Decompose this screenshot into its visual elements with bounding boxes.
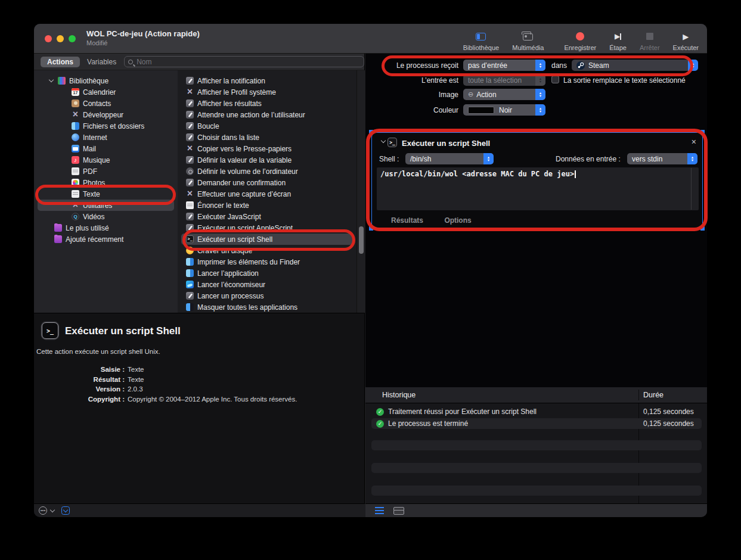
sidebar-item-label: Calendrier bbox=[83, 88, 116, 97]
video-icon bbox=[72, 213, 79, 220]
stop-button[interactable]: Arrêter bbox=[640, 27, 660, 51]
terminal-icon bbox=[186, 235, 194, 243]
sidebar-item-internet[interactable]: Internet bbox=[38, 132, 174, 143]
action-item-d-finir-le-volume-de-l-ordinateur[interactable]: Définir le volume de l’ordinateur bbox=[181, 166, 353, 177]
search-icon bbox=[128, 60, 133, 64]
terminal-icon: >_ bbox=[387, 138, 397, 147]
action-item-d-finir-la-valeur-de-la-variable[interactable]: Définir la valeur de la variable bbox=[181, 154, 353, 166]
sidebar-item-d-veloppeur[interactable]: Développeur bbox=[38, 109, 174, 120]
window-modified-status: Modifié bbox=[86, 39, 107, 46]
chevron-down-icon[interactable] bbox=[50, 507, 55, 512]
action-item-choisir-dans-la-liste[interactable]: Choisir dans la liste bbox=[181, 132, 353, 143]
record-button[interactable]: Enregistrer bbox=[564, 27, 596, 51]
shell-script-action-block: >_ Exécuter un script Shell × Shell : /b… bbox=[371, 132, 703, 229]
tab-actions[interactable]: Actions bbox=[41, 57, 80, 67]
action-item-label: Exécuter un script AppleScript bbox=[197, 224, 293, 232]
action-item-attendre-une-action-de-l-utilisateur[interactable]: Attendre une action de l’utilisateur bbox=[181, 109, 353, 120]
image-value: Action bbox=[476, 91, 535, 99]
sidebar-item-ajout-r-cemment[interactable]: Ajouté récemment bbox=[38, 234, 174, 245]
stepper-icon: ▲▼ bbox=[688, 60, 698, 71]
run-button[interactable]: ▶ Exécuter bbox=[673, 27, 699, 51]
tools-icon bbox=[186, 145, 194, 153]
sidebar-item-label: Vidéos bbox=[83, 213, 104, 221]
action-item-ex-cuter-un-script-applescript[interactable]: Exécuter un script AppleScript bbox=[181, 222, 353, 234]
quick-action-badge-icon[interactable] bbox=[61, 506, 70, 515]
stepper-icon: ▲▼ bbox=[687, 153, 697, 164]
close-window-button[interactable] bbox=[45, 35, 52, 42]
input-type-select[interactable]: pas d’entrée ▲▼ bbox=[463, 60, 545, 71]
application-select[interactable]: Steam ▲▼ bbox=[572, 60, 698, 71]
shell-script-editor[interactable]: /usr/local/bin/wol <adresse MAC du PC de… bbox=[377, 167, 699, 210]
close-icon[interactable]: × bbox=[692, 137, 696, 147]
description-summary: Cette action exécute un script shell Uni… bbox=[36, 348, 160, 355]
actions-scrollbar[interactable] bbox=[356, 70, 365, 313]
action-item-ex-cuter-un-script-shell[interactable]: Exécuter un script Shell bbox=[181, 234, 353, 245]
sidebar-item-pdf[interactable]: PDF bbox=[38, 166, 174, 177]
sidebar-item-contacts[interactable]: Contacts bbox=[38, 98, 174, 109]
action-item-demander-une-confirmation[interactable]: Demander une confirmation bbox=[181, 177, 353, 188]
tab-variables[interactable]: Variables bbox=[87, 58, 116, 66]
description-field: Copyright :Copyright © 2004–2012 Apple I… bbox=[34, 396, 356, 403]
globe-icon bbox=[72, 133, 79, 141]
log-list-icon[interactable] bbox=[375, 507, 384, 514]
image-select[interactable]: ⊖ Action ▲▼ bbox=[463, 89, 545, 100]
sidebar-item-photos[interactable]: Photos bbox=[38, 177, 174, 188]
selection-select[interactable]: toute la sélection ▲▼ bbox=[463, 74, 545, 86]
library-button[interactable]: Bibliothèque bbox=[463, 27, 500, 51]
circle-ellipsis-icon[interactable]: ••• bbox=[39, 506, 47, 515]
action-item--noncer-le-texte[interactable]: Énoncer le texte bbox=[181, 200, 353, 211]
results-tab[interactable]: Résultats bbox=[391, 216, 423, 225]
description-field-label: Résultat : bbox=[34, 376, 125, 383]
description-fields: Saisie :TexteRésultat :TexteVersion :2.0… bbox=[34, 366, 356, 405]
color-select[interactable]: Noir ▲▼ bbox=[463, 104, 545, 116]
step-button-label: Étape bbox=[609, 44, 627, 51]
action-item-afficher-la-notification[interactable]: Afficher la notification bbox=[181, 75, 353, 86]
action-item-effectuer-une-capture-d-cran[interactable]: Effectuer une capture d’écran bbox=[181, 188, 353, 200]
action-item-afficher-le-profil-syst-me[interactable]: Afficher le Profil système bbox=[181, 86, 353, 98]
sidebar-item-label: PDF bbox=[83, 167, 97, 176]
history-panel: Historique Durée ✓Traitement réussi pour… bbox=[365, 387, 707, 503]
options-tab[interactable]: Options bbox=[444, 216, 471, 225]
hide-apps-icon bbox=[186, 303, 194, 311]
action-item-lancer-l-application[interactable]: Lancer l’application bbox=[181, 267, 353, 279]
history-row-duration: 0,125 secondes bbox=[643, 407, 694, 416]
minimize-window-button[interactable] bbox=[57, 35, 64, 42]
search-input[interactable]: Nom bbox=[124, 56, 364, 67]
action-block-title: Exécuter un script Shell bbox=[402, 139, 490, 148]
action-item-ex-cuter-javascript[interactable]: Exécuter JavaScript bbox=[181, 211, 353, 222]
sidebar-item-le-plus-utilis-[interactable]: Le plus utilisé bbox=[38, 222, 174, 234]
stdin-select[interactable]: vers stdin ▲▼ bbox=[627, 153, 697, 164]
sidebar-item-fichiers-et-dossiers[interactable]: Fichiers et dossiers bbox=[38, 120, 174, 132]
chevron-down-icon[interactable] bbox=[49, 77, 54, 82]
sidebar-item-utilitaires[interactable]: Utilitaires bbox=[38, 200, 174, 211]
sidebar-item-mail[interactable]: Mail bbox=[38, 143, 174, 154]
zoom-window-button[interactable] bbox=[69, 35, 76, 42]
action-item-boucle[interactable]: Boucle bbox=[181, 120, 353, 132]
collapse-chevron-icon[interactable] bbox=[381, 138, 386, 143]
action-item-label: Afficher le Profil système bbox=[197, 88, 276, 97]
action-item-label: Imprimer les éléments du Finder bbox=[197, 258, 300, 266]
action-item-imprimer-les-l-ments-du-finder[interactable]: Imprimer les éléments du Finder bbox=[181, 256, 353, 267]
panels-icon[interactable] bbox=[393, 507, 403, 515]
shell-select[interactable]: /bin/sh ▲▼ bbox=[405, 153, 494, 164]
action-item-lancer-l-conomiseur[interactable]: Lancer l’économiseur bbox=[181, 279, 353, 290]
description-field: Résultat :Texte bbox=[34, 376, 356, 383]
step-button[interactable]: ▶ Étape bbox=[609, 27, 627, 51]
window-title: WOL PC-de-jeu (Action rapide) bbox=[86, 29, 200, 38]
sidebar-item-musique[interactable]: Musique bbox=[38, 154, 174, 166]
action-item-lancer-un-processus[interactable]: Lancer un processus bbox=[181, 290, 353, 301]
media-button[interactable]: Multimédia bbox=[512, 27, 544, 51]
action-item-afficher-les-r-sultats[interactable]: Afficher les résultats bbox=[181, 98, 353, 109]
action-item-masquer-toutes-les-applications[interactable]: Masquer toutes les applications bbox=[181, 301, 353, 313]
action-item-copier-vers-le-presse-papiers[interactable]: Copier vers le Presse-papiers bbox=[181, 143, 353, 154]
output-replaces-checkbox[interactable] bbox=[551, 76, 559, 83]
sidebar-item-texte[interactable]: Texte bbox=[38, 188, 174, 200]
actions-scrollbar-thumb[interactable] bbox=[359, 226, 364, 254]
sidebar-item-calendrier[interactable]: Calendrier bbox=[38, 86, 174, 98]
action-item-label: Énoncer le texte bbox=[197, 201, 249, 210]
finder-icon bbox=[186, 269, 194, 277]
sidebar-item-bibliotheque[interactable]: Bibliothèque bbox=[38, 75, 174, 86]
sidebar-item-vid-os[interactable]: Vidéos bbox=[38, 211, 174, 222]
action-item-label: Boucle bbox=[197, 122, 219, 130]
action-item-graver-un-disque[interactable]: Graver un disque bbox=[181, 245, 353, 256]
